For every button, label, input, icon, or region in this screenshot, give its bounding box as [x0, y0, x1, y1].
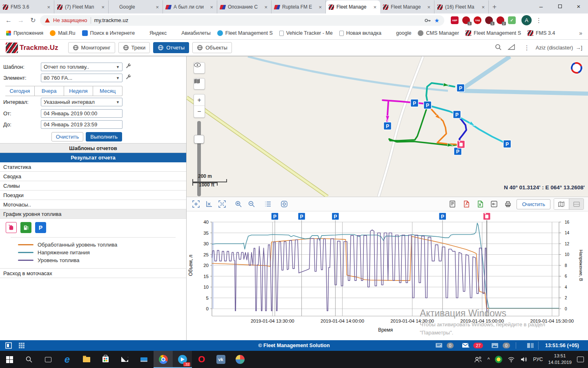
extension-icon[interactable]: 2	[497, 16, 504, 24]
antivirus-icon[interactable]	[495, 356, 502, 363]
reset-axes-icon[interactable]	[204, 199, 214, 209]
extension-icon[interactable]: ABP	[451, 16, 459, 24]
bookmark-item[interactable]: Поиск в Интернете	[79, 29, 138, 37]
extension-icon[interactable]: 1	[462, 16, 470, 24]
zoom-out-button[interactable]: −	[194, 106, 205, 117]
quick-range-button[interactable]: Неделя	[64, 86, 94, 96]
browser-tab[interactable]: FMS 3.6 ×	[0, 0, 54, 13]
wifi-icon[interactable]	[508, 357, 515, 362]
extension-icon[interactable]: ✓	[508, 16, 516, 24]
language-indicator[interactable]: РУС	[533, 357, 543, 362]
report-menu-item-consumption[interactable]: Расход в моточасах	[0, 269, 186, 278]
template-select[interactable]: Отчет по топливу.. ▼	[41, 63, 122, 71]
split-layout-toggle[interactable]	[569, 199, 584, 209]
report-menu-item[interactable]: Сводка	[0, 172, 186, 181]
nav-item[interactable]: Треки	[118, 42, 150, 53]
tab-close-icon[interactable]: ×	[155, 4, 160, 10]
krita-taskbar-icon[interactable]	[230, 351, 249, 368]
tab-close-icon[interactable]: ×	[481, 4, 486, 10]
import-icon[interactable]	[489, 199, 499, 209]
fullscreen-icon[interactable]	[217, 199, 227, 209]
bookmark-item[interactable]: Mail.Ru	[47, 29, 78, 37]
url-bar[interactable]: Не защищено my.trackme.uz ★	[40, 15, 444, 26]
mail-app-icon[interactable]	[115, 351, 134, 368]
print-icon[interactable]	[503, 199, 513, 209]
more-options-icon[interactable]: ⋮	[524, 44, 530, 52]
parking-toggle-icon[interactable]: P	[35, 222, 46, 233]
map-panel[interactable]: PPPPPPP + − 200 m 1000 ft N 40° 01.3124'…	[187, 56, 588, 197]
clear-form-button[interactable]: Очистить	[51, 132, 84, 141]
fuel-can-toggle-icon[interactable]	[6, 222, 17, 233]
tab-close-icon[interactable]: ×	[426, 4, 431, 10]
from-date-input[interactable]: 04 Январь 2019 00:00	[41, 109, 122, 118]
quick-range-button[interactable]: Сегодня	[5, 86, 35, 96]
back-button[interactable]: ←	[3, 15, 14, 26]
bookmarks-overflow-icon[interactable]: »	[577, 30, 585, 36]
columns-icon[interactable]	[526, 342, 535, 349]
nav-item[interactable]: Мониторинг	[68, 42, 115, 53]
report-menu-item[interactable]: Поездки	[0, 191, 186, 200]
run-report-button[interactable]: Выполнить	[86, 132, 122, 141]
browser-menu-icon[interactable]: ⋮	[536, 17, 542, 24]
bookmark-item[interactable]: google	[385, 29, 414, 37]
my-computer-icon[interactable]	[134, 351, 154, 368]
start-button[interactable]	[0, 351, 19, 368]
report-menu-item[interactable]: Сливы	[0, 181, 186, 191]
templates-section-header[interactable]: Шаблоны отчетов	[0, 144, 186, 153]
chrome-taskbar-icon[interactable]	[154, 351, 173, 368]
url-text[interactable]: my.trackme.uz	[94, 17, 421, 23]
volume-icon[interactable]	[520, 357, 528, 362]
bookmark-item[interactable]: Vehicle Tracker - Me	[276, 29, 336, 37]
image-notifications-icon[interactable]	[490, 342, 499, 349]
tab-close-icon[interactable]: ×	[46, 4, 51, 10]
fuel-chart-panel[interactable]: 051015202530354002468101214162019-01-04 …	[187, 211, 588, 339]
clear-chart-button[interactable]: Очистить	[517, 199, 550, 209]
microsoft-store-icon[interactable]	[96, 351, 115, 368]
browser-tab[interactable]: Fleet Manage ×	[326, 0, 380, 13]
forward-button[interactable]: →	[16, 15, 26, 26]
report-menu-item-fuel-chart[interactable]: График уровня топлива	[0, 209, 186, 219]
tab-close-icon[interactable]: ×	[318, 4, 323, 10]
browser-tab[interactable]: (16) Fleet Ma ×	[434, 0, 489, 13]
browser-tab[interactable]: Ruptela FM E ×	[272, 0, 326, 13]
quick-range-button[interactable]: Вчера	[35, 86, 64, 96]
mail-notifications-icon[interactable]	[461, 342, 470, 349]
tab-close-icon[interactable]: ×	[100, 4, 105, 10]
monitor-notifications-icon[interactable]	[434, 342, 443, 349]
bookmark-item[interactable]: Fleet Management S	[214, 29, 276, 37]
export-excel-icon[interactable]	[475, 199, 486, 209]
tab-close-icon[interactable]: ×	[209, 4, 214, 10]
template-settings-wrench-icon[interactable]	[125, 63, 132, 70]
opera-taskbar-icon[interactable]: O	[192, 351, 211, 368]
profile-avatar[interactable]: A	[521, 15, 532, 25]
report-view-icon[interactable]	[447, 199, 458, 209]
zoom-in-button[interactable]: +	[194, 94, 205, 106]
report-menu-item[interactable]: Моточасы..	[0, 200, 186, 209]
task-view-icon[interactable]	[38, 351, 58, 368]
snapshot-icon[interactable]	[279, 199, 290, 209]
quick-range-button[interactable]: Месяц	[93, 86, 122, 96]
tab-close-icon[interactable]: ×	[263, 4, 268, 10]
export-pdf-icon[interactable]	[461, 199, 472, 209]
element-settings-wrench-icon[interactable]	[125, 74, 132, 81]
vk-taskbar-icon[interactable]: vk	[211, 351, 230, 368]
file-explorer-icon[interactable]	[77, 351, 96, 368]
window-restore-button[interactable]	[550, 0, 569, 12]
interval-select[interactable]: Указанный интервал ▼	[41, 98, 122, 106]
reload-button[interactable]: ↻	[28, 15, 38, 26]
bookmark-item[interactable]: FMS 3.4	[525, 29, 558, 37]
map-layers-button[interactable]	[194, 78, 205, 90]
nav-item[interactable]: Объекты	[192, 42, 232, 53]
bookmark-item[interactable]: Fleet Management S	[463, 29, 524, 37]
extension-icon[interactable]: 1	[485, 16, 493, 24]
extension-icon[interactable]: YAB	[474, 16, 481, 24]
bookmark-item[interactable]: Приложения	[3, 29, 46, 37]
user-menu[interactable]: Aziz (disclaster) →]	[536, 45, 582, 51]
bookmark-star-icon[interactable]: ★	[434, 17, 439, 24]
legend-list-icon[interactable]	[263, 199, 273, 209]
box-select-icon[interactable]	[191, 199, 201, 209]
action-center-icon[interactable]	[577, 357, 584, 362]
window-minimize-button[interactable]: –	[532, 0, 550, 12]
logout-icon[interactable]: →]	[575, 45, 582, 51]
bookmark-item[interactable]: Яндекс	[138, 29, 169, 37]
